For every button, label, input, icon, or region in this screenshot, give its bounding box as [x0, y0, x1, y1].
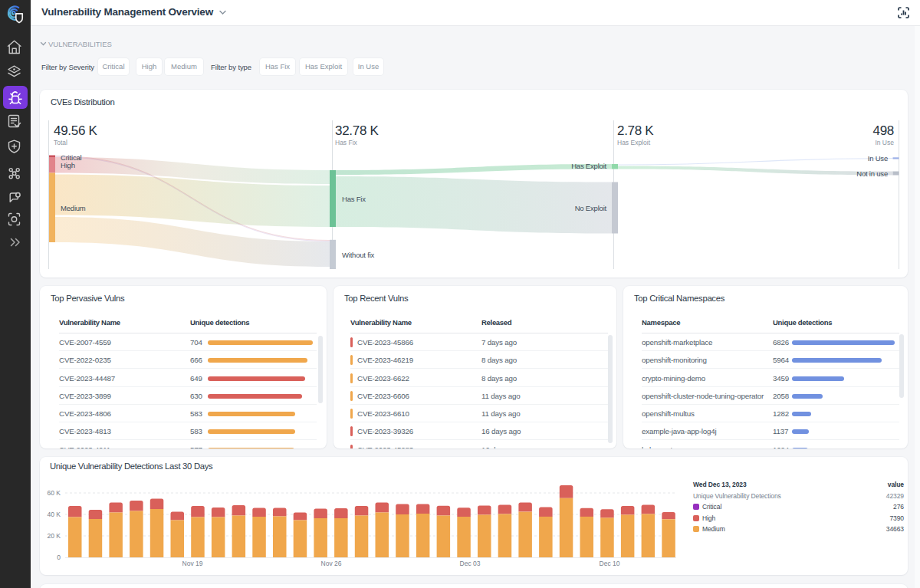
- svg-text:Without fix: Without fix: [342, 251, 375, 259]
- svg-text:20 K: 20 K: [48, 532, 61, 540]
- svg-text:Nov 26: Nov 26: [321, 560, 342, 567]
- svg-text:0: 0: [57, 554, 61, 561]
- svg-text:Not in use: Not in use: [856, 169, 888, 178]
- svg-text:Nov 19: Nov 19: [182, 560, 203, 567]
- svg-text:Has Fix: Has Fix: [335, 139, 358, 146]
- svg-text:498: 498: [873, 123, 894, 138]
- svg-text:Medium: Medium: [61, 204, 86, 212]
- svg-text:In Use: In Use: [875, 139, 894, 146]
- svg-text:Dec 03: Dec 03: [460, 560, 481, 567]
- svg-text:60 K: 60 K: [48, 489, 61, 497]
- svg-text:Total: Total: [54, 139, 67, 146]
- svg-text:2.78 K: 2.78 K: [617, 123, 654, 138]
- svg-text:Dec 10: Dec 10: [600, 560, 620, 567]
- svg-text:32.78 K: 32.78 K: [335, 123, 379, 138]
- svg-text:Has Exploit: Has Exploit: [571, 162, 606, 170]
- svg-text:40 K: 40 K: [48, 511, 61, 518]
- svg-text:High: High: [61, 161, 75, 169]
- svg-text:No Exploit: No Exploit: [575, 204, 607, 212]
- svg-text:Has Exploit: Has Exploit: [617, 139, 651, 146]
- svg-text:In Use: In Use: [868, 154, 888, 163]
- svg-text:49.56 K: 49.56 K: [54, 123, 97, 138]
- svg-text:Has Fix: Has Fix: [342, 195, 366, 203]
